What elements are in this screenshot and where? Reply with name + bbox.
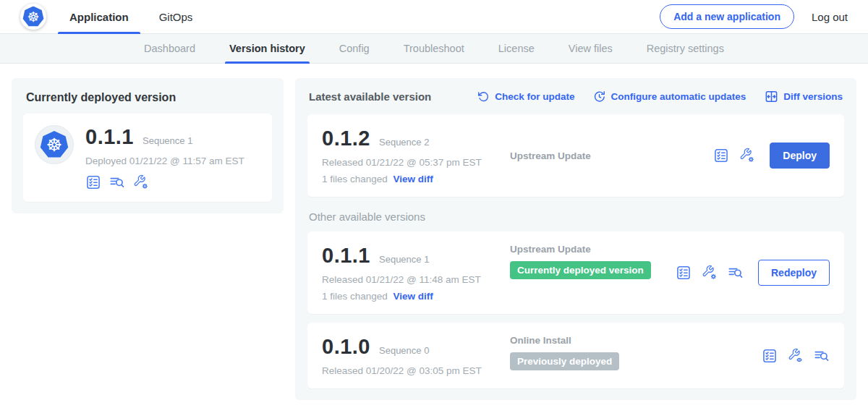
app-subnav: Dashboard Version history Config Trouble…	[0, 34, 868, 64]
checklist-icon[interactable]	[676, 265, 692, 281]
wrench-eye-icon[interactable]	[788, 348, 804, 364]
diff-versions-label: Diff versions	[783, 91, 843, 102]
configure-automatic-updates-link[interactable]: Configure automatic updates	[593, 90, 746, 103]
version-card-source: Upstream Update	[510, 127, 713, 184]
deployed-timestamp: Deployed 01/21/22 @ 11:57 am EST	[85, 156, 244, 166]
version-card-0-1-1: 0.1.1 Sequence 1 Released 01/21/22 @ 11:…	[307, 231, 844, 314]
source-label: Online Install	[510, 335, 762, 346]
source-label: Upstream Update	[510, 244, 676, 255]
lines-magnifier-icon[interactable]	[109, 174, 125, 190]
wrench-gear-icon[interactable]	[739, 148, 755, 163]
kubernetes-logo: ☸	[20, 4, 46, 30]
lines-magnifier-icon[interactable]	[728, 265, 744, 281]
top-nav-right: Add a new application Log out	[660, 4, 848, 29]
tab-gitops[interactable]: GitOps	[158, 0, 195, 34]
top-nav: ☸ Application GitOps Add a new applicati…	[0, 0, 868, 34]
redeploy-button[interactable]: Redeploy	[758, 260, 830, 286]
deployed-icon-row	[85, 174, 244, 190]
diff-icon	[765, 90, 778, 103]
version-card-source: Online Install Previously deployed	[510, 335, 762, 376]
check-for-update-link[interactable]: Check for update	[477, 90, 574, 103]
version-card-info: 0.1.1 Sequence 1 Released 01/21/22 @ 11:…	[322, 244, 510, 302]
files-changed-label: 1 files changed	[322, 291, 388, 302]
tab-gitops-label: GitOps	[159, 11, 193, 23]
subtab-view-files[interactable]: View files	[569, 34, 613, 64]
checklist-icon[interactable]	[762, 348, 778, 364]
lines-magnifier-icon[interactable]	[814, 348, 830, 364]
sequence-label: Sequence 2	[379, 137, 429, 148]
version-card-actions: Deploy	[713, 127, 830, 184]
released-timestamp: Released 01/21/22 @ 11:48 am EST	[322, 274, 510, 285]
deployed-version-info: 0.1.1 Sequence 1 Deployed 01/21/22 @ 11:…	[85, 125, 244, 190]
wrench-gear-icon[interactable]	[133, 174, 149, 190]
version-number: 0.1.1	[322, 244, 370, 268]
previously-deployed-badge: Previously deployed	[510, 352, 619, 370]
kubernetes-wheel-icon: ☸	[22, 7, 44, 27]
add-application-button[interactable]: Add a new application	[660, 4, 794, 29]
diff-versions-link[interactable]: Diff versions	[765, 90, 843, 103]
released-timestamp: Released 01/20/22 @ 03:05 pm EST	[322, 365, 510, 376]
subtab-troubleshoot[interactable]: Troubleshoot	[404, 34, 464, 64]
deploy-button[interactable]: Deploy	[770, 143, 830, 169]
sequence-label: Sequence 0	[379, 345, 429, 356]
tab-application-label: Application	[69, 11, 129, 23]
subtab-license[interactable]: License	[498, 34, 535, 64]
subtab-dashboard[interactable]: Dashboard	[144, 34, 195, 64]
app-logo: ☸	[35, 125, 74, 164]
files-changed-row: 1 files changed View diff	[322, 291, 510, 302]
version-card-info: 0.1.2 Sequence 2 Released 01/21/22 @ 05:…	[322, 127, 510, 184]
sequence-label: Sequence 1	[379, 254, 429, 265]
latest-version-title: Latest available version	[309, 90, 431, 103]
checklist-icon[interactable]	[713, 148, 729, 163]
configure-automatic-updates-label: Configure automatic updates	[610, 91, 746, 102]
version-card-0-1-0: 0.1.0 Sequence 0 Released 01/20/22 @ 03:…	[307, 323, 844, 388]
version-history-panel: Latest available version Check for updat…	[295, 78, 856, 400]
version-number: 0.1.0	[322, 335, 370, 359]
deployed-version-number: 0.1.1	[85, 125, 134, 149]
subtab-registry-settings[interactable]: Registry settings	[647, 34, 724, 64]
wrench-gear-icon[interactable]	[702, 265, 718, 281]
version-card-actions	[762, 335, 830, 376]
deployed-version-card: ☸ 0.1.1 Sequence 1 Deployed 01/21/22 @ 1…	[23, 114, 272, 202]
main-content: Currently deployed version ☸ 0.1.1 Seque…	[0, 64, 868, 400]
released-timestamp: Released 01/21/22 @ 05:37 pm EST	[322, 157, 510, 168]
currently-deployed-title: Currently deployed version	[23, 90, 272, 104]
deployed-sequence-label: Sequence 1	[142, 135, 192, 146]
version-card-info: 0.1.0 Sequence 0 Released 01/20/22 @ 03:…	[322, 335, 510, 376]
version-number: 0.1.2	[322, 127, 370, 150]
view-diff-link[interactable]: View diff	[393, 291, 433, 302]
currently-deployed-panel: Currently deployed version ☸ 0.1.1 Seque…	[12, 78, 284, 213]
version-actions: Check for update Configure automatic upd…	[477, 90, 843, 103]
view-diff-link[interactable]: View diff	[393, 174, 433, 184]
currently-deployed-badge: Currently deployed version	[510, 261, 651, 279]
check-for-update-label: Check for update	[495, 91, 574, 102]
subtab-config[interactable]: Config	[339, 34, 370, 64]
files-changed-label: 1 files changed	[322, 174, 388, 184]
checklist-icon[interactable]	[85, 174, 101, 190]
version-card-source: Upstream Update Currently deployed versi…	[510, 244, 676, 302]
clock-refresh-icon	[593, 90, 605, 103]
other-versions-heading: Other available versions	[309, 211, 843, 223]
kubernetes-wheel-icon: ☸	[40, 131, 69, 158]
version-card-actions: Redeploy	[676, 244, 830, 302]
refresh-icon	[477, 90, 490, 103]
source-label: Upstream Update	[510, 150, 713, 161]
tab-application[interactable]: Application	[68, 0, 130, 34]
files-changed-row: 1 files changed View diff	[322, 174, 510, 184]
version-card-0-1-2: 0.1.2 Sequence 2 Released 01/21/22 @ 05:…	[307, 114, 844, 197]
version-history-header: Latest available version Check for updat…	[307, 90, 844, 103]
subtab-version-history[interactable]: Version history	[229, 34, 305, 64]
logout-button[interactable]: Log out	[812, 11, 848, 23]
